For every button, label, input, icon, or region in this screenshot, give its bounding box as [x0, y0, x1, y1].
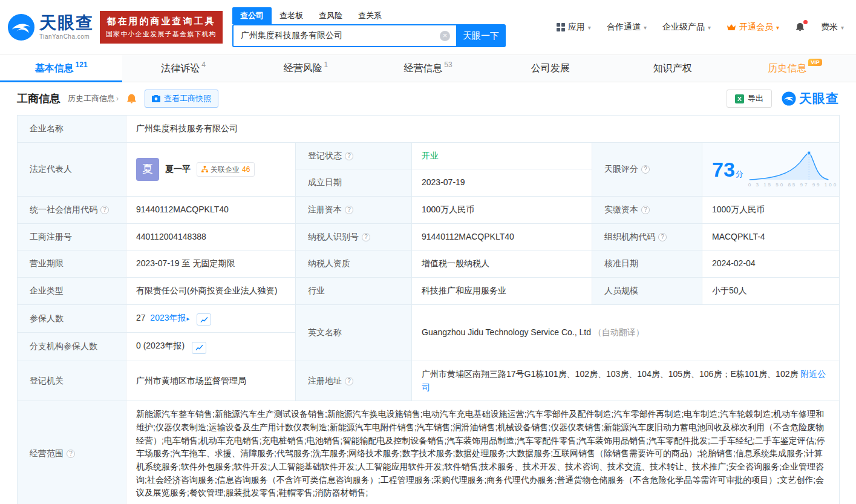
search-area: 查公司 查老板 查风险 查关系 × 天眼一下	[232, 7, 506, 47]
search-tab-company[interactable]: 查公司	[232, 7, 272, 24]
help-icon[interactable]: ?	[641, 165, 650, 174]
score-cell[interactable]: 73分 0 3 15 50 85 97 99 100	[702, 142, 840, 196]
business-info-table: 企业名称 广州集度科技服务有限公司 法定代表人 夏 夏一平 关联企业 46 登记…	[17, 115, 840, 504]
reg-number-value: 440112004148388	[126, 223, 296, 250]
tab-business-info[interactable]: 经营信息 53	[367, 55, 489, 82]
search-button[interactable]: 天眼一下	[456, 24, 506, 47]
menu-apps-label: 应用	[568, 22, 585, 33]
history-business-info-link[interactable]: 历史工商信息 ›	[68, 93, 119, 104]
table-row: 参保人数 27 2023年报▸ 英文名称 Guangzhou Jidu Tech…	[18, 304, 840, 333]
notifications-bell[interactable]	[795, 22, 805, 33]
industry-label: 行业	[296, 278, 412, 305]
tab-operating-risk[interactable]: 经营风险 1	[244, 55, 367, 82]
english-name-value: Guangzhou Jidu Technology Service Co., L…	[412, 304, 840, 361]
help-icon[interactable]: ?	[345, 152, 353, 160]
search-box: ×	[232, 24, 456, 47]
help-icon[interactable]: ?	[345, 377, 353, 385]
logo-domain-text: TianYanCha.com	[39, 33, 94, 40]
business-snapshot-button[interactable]: 查看工商快照	[145, 90, 218, 108]
top-menu: 应用 ▾ 合作通道 ▾ 企业级产品 ▾ 开通会员 ▾ 费米 ▾	[557, 22, 844, 33]
help-icon[interactable]: ?	[641, 206, 650, 214]
trend-chart-icon[interactable]	[192, 342, 206, 354]
tab-label: 历史信息	[768, 62, 806, 75]
corner-brand-logo: 天眼查	[782, 90, 839, 107]
table-row: 工商注册号 440112004148388 纳税人识别号? 91440112MA…	[18, 223, 840, 250]
annual-report-link[interactable]: 2023年报▸	[150, 313, 189, 322]
paid-capital-value: 1000万人民币	[702, 197, 840, 224]
org-code-label: 组织机构代码?	[592, 223, 702, 250]
menu-enterprise[interactable]: 企业级产品 ▾	[662, 22, 711, 33]
crown-icon	[727, 24, 736, 31]
help-icon[interactable]: ?	[658, 233, 667, 241]
search-tab-boss[interactable]: 查老板	[272, 7, 311, 24]
business-scope-label: 经营范围?	[18, 401, 126, 504]
tab-company-development[interactable]: 公司发展	[489, 55, 612, 82]
legal-rep-cell: 夏 夏一平 关联企业 46	[126, 142, 296, 196]
corner-brand-text: 天眼查	[799, 90, 839, 107]
menu-enterprise-label: 企业级产品	[662, 22, 705, 33]
score-chart-ticks: 0 3 15 50 85 97 99 100	[748, 182, 829, 189]
establish-date-value: 2023-07-19	[412, 169, 592, 197]
reg-capital-value: 1000万人民币	[412, 197, 592, 224]
promo-line1: 都在用的商业查询工具	[106, 16, 217, 27]
help-icon[interactable]: ?	[67, 450, 75, 458]
reg-address-label: 注册地址?	[296, 361, 412, 401]
monitor-bell-icon[interactable]	[126, 93, 137, 105]
menu-apps[interactable]: 应用 ▾	[557, 22, 591, 33]
promo-line2: 国家中小企业发展子基金旗下机构	[106, 30, 217, 39]
reg-status-value: 开业	[412, 142, 592, 169]
promo-banner[interactable]: 都在用的商业查询工具 国家中小企业发展子基金旗下机构	[100, 11, 223, 44]
table-row: 法定代表人 夏 夏一平 关联企业 46 登记状态? 开业 天眼评分? 73分	[18, 142, 840, 169]
menu-user[interactable]: 费米 ▾	[821, 22, 844, 33]
tab-basic-info[interactable]: 基本信息 121	[0, 55, 122, 82]
legal-rep-avatar[interactable]: 夏	[136, 158, 159, 181]
related-companies-tag[interactable]: 关联企业 46	[197, 162, 255, 177]
table-row: 营业期限 2023-07-19 至 无固定期限 纳税人资质 增值税一般纳税人 核…	[18, 250, 840, 278]
apps-grid-icon	[557, 23, 565, 31]
tab-label: 经营风险	[284, 62, 322, 75]
org-code-value: MACQPKLT-4	[702, 223, 840, 250]
trend-chart-icon[interactable]	[197, 313, 211, 326]
tab-count: 4	[201, 61, 206, 69]
table-row: 企业类型 有限责任公司(外商投资企业法人独资) 行业 科技推广和应用服务业 人员…	[18, 278, 840, 305]
tab-label: 基本信息	[35, 62, 74, 75]
export-button[interactable]: 导出	[727, 90, 772, 108]
legal-rep-link[interactable]: 夏一平	[165, 163, 191, 176]
clear-icon[interactable]: ×	[440, 31, 450, 41]
menu-vip[interactable]: 开通会员 ▾	[727, 22, 779, 33]
help-icon[interactable]: ?	[100, 206, 109, 214]
reg-address-value: 广州市黄埔区南翔三路17号G1栋101房、102房、103房、104房、105房…	[412, 361, 840, 401]
menu-vip-label: 开通会员	[739, 22, 773, 33]
menu-cooperation[interactable]: 合作通道 ▾	[607, 22, 647, 33]
org-chart-icon	[201, 166, 208, 172]
help-icon[interactable]: ?	[362, 233, 370, 241]
top-header: 天眼查 TianYanCha.com 都在用的商业查询工具 国家中小企业发展子基…	[0, 0, 856, 54]
table-row: 经营范围? 新能源汽车整车销售;新能源汽车生产测试设备销售;新能源汽车换电设施销…	[18, 401, 840, 504]
camera-icon	[152, 95, 160, 102]
vip-badge: VIP	[808, 59, 822, 67]
logo-brand-text: 天眼查	[39, 15, 94, 31]
business-term-label: 营业期限	[18, 250, 126, 278]
chevron-down-icon: ▾	[708, 24, 711, 31]
tab-intellectual-property[interactable]: 知识产权	[612, 55, 734, 82]
section-title: 工商信息	[17, 91, 60, 106]
tianyancha-logo[interactable]: 天眼查 TianYanCha.com	[7, 13, 94, 41]
chevron-down-icon: ▾	[644, 24, 647, 31]
search-tab-relation[interactable]: 查关系	[350, 7, 390, 24]
branch-insured-value: 0 (2023年报)	[126, 333, 296, 361]
paid-capital-label: 实缴资本?	[592, 197, 702, 224]
help-icon[interactable]: ?	[345, 206, 353, 214]
taxpayer-id-value: 91440112MACQPKLT40	[412, 223, 592, 250]
business-term-value: 2023-07-19 至 无固定期限	[126, 250, 296, 278]
play-icon: ▸	[187, 315, 190, 322]
table-row: 企业名称 广州集度科技服务有限公司	[18, 116, 840, 143]
company-name-label: 企业名称	[18, 116, 126, 143]
search-input[interactable]	[234, 31, 440, 41]
tab-legal-proceedings[interactable]: 法律诉讼 4	[122, 55, 244, 82]
chevron-down-icon: ▾	[776, 24, 779, 31]
notification-dot	[803, 20, 808, 24]
business-scope-value: 新能源汽车整车销售;新能源汽车生产测试设备销售;新能源汽车换电设施销售;电动汽车…	[126, 401, 840, 504]
reg-status-label: 登记状态?	[296, 142, 412, 169]
search-tab-risk[interactable]: 查风险	[311, 7, 350, 24]
tab-history-info[interactable]: 历史信息 VIP	[734, 55, 856, 82]
